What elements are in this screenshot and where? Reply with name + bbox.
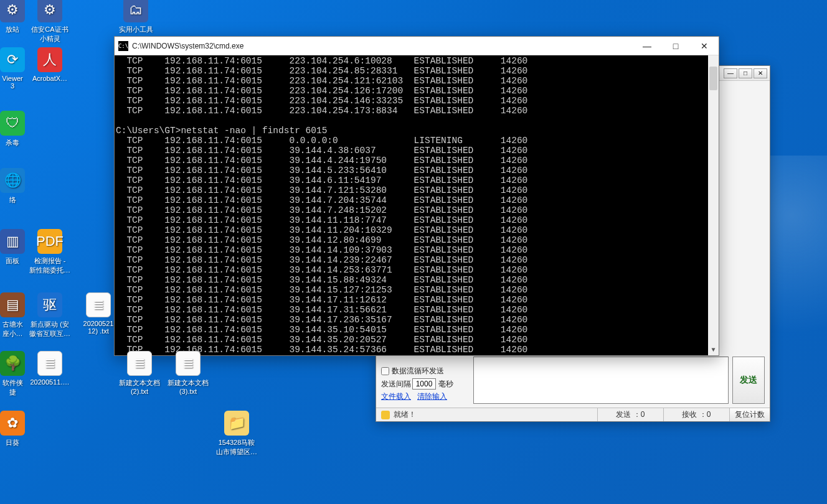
desktop-icon-d6[interactable]: ≣新建文本文档 (2).txt	[116, 351, 163, 395]
desktop-icon-a3[interactable]: 🌐络	[0, 168, 36, 205]
desktop-icon-e6[interactable]: ≣新建文本文档 (3).txt	[164, 351, 212, 395]
clear-input-link[interactable]: 清除输入	[417, 391, 447, 402]
status-ready: 就绪！	[376, 409, 597, 420]
txt-icon: ≣	[127, 351, 152, 376]
status-tx: 发送 ：0	[597, 408, 663, 421]
rar-icon: ▤	[0, 292, 25, 317]
desktop-icon-label: AcrobatX…	[26, 75, 73, 82]
shield-icon: 🛡	[0, 111, 25, 136]
desktop-icon-a7[interactable]: ✿日葵	[0, 411, 36, 447]
cmd-maximize-button[interactable]: □	[661, 37, 690, 55]
serial-minimize-button[interactable]: —	[724, 68, 737, 78]
desktop-icon-a2[interactable]: 🛡杀毒	[0, 111, 36, 147]
panel-icon: ▥	[0, 229, 25, 254]
cmd-close-button[interactable]: ✕	[690, 37, 719, 55]
cmd-titlebar[interactable]: C:\ C:\WINDOWS\system32\cmd.exe — □ ✕	[115, 37, 719, 55]
cmd-scrollbar[interactable]: ▲ ▼	[708, 55, 719, 355]
ready-icon	[381, 411, 390, 419]
file-load-link[interactable]: 文件载入	[381, 391, 411, 402]
drv-icon: 驱	[37, 292, 62, 317]
txt-icon: ≣	[176, 351, 201, 376]
loop-send-checkbox[interactable]	[381, 367, 389, 375]
desktop-icon-label: 实用小工具	[112, 25, 159, 34]
status-ready-text: 就绪！	[394, 409, 416, 420]
tools-icon: 🗂	[123, 0, 148, 22]
cmd-minimize-button[interactable]: —	[633, 37, 661, 55]
serial-maximize-button[interactable]: □	[739, 68, 752, 78]
interval-unit: 毫秒	[438, 379, 453, 390]
settings-icon: ⚙	[37, 0, 62, 22]
serial-send-button[interactable]: 发送	[732, 357, 765, 404]
cmd-title: C:\WINDOWS\system32\cmd.exe	[132, 42, 633, 50]
scroll-down-icon[interactable]: ▼	[708, 345, 719, 355]
cmd-window: C:\ C:\WINDOWS\system32\cmd.exe — □ ✕ TC…	[114, 36, 719, 356]
desktop-icon-c5[interactable]: ≣20200521 12) .txt	[75, 292, 122, 335]
txt-icon: ≣	[37, 351, 62, 376]
desktop-icon-label: 20200511.…	[26, 378, 73, 386]
folder-icon: 📁	[224, 411, 249, 436]
pdf-icon: 人	[37, 47, 62, 72]
status-rx: 接收 ：0	[663, 408, 729, 421]
desktop-icon-b1[interactable]: 人AcrobatX…	[26, 47, 73, 82]
serial-close-button[interactable]: ✕	[754, 68, 767, 78]
desktop-icon-label: 信安CA证书 小精灵	[26, 25, 73, 44]
desktop-icon-label: 日葵	[0, 438, 36, 447]
cmd-text: TCP 192.168.11.74:6015 223.104.254.6:100…	[116, 56, 717, 355]
desktop-icon-f7[interactable]: 📁154328马鞍 山市博望区…	[213, 411, 260, 457]
tree-icon: 🌳	[0, 351, 25, 376]
desktop-icon-label: 检测报告 - 新性能委托…	[26, 256, 73, 275]
desktop-icon-d0[interactable]: 🗂实用小工具	[112, 0, 159, 34]
cmd-icon: C:\	[118, 41, 128, 51]
scroll-thumb[interactable]	[709, 67, 717, 90]
desktop-icon-label: 新建文本文档 (2).txt	[116, 378, 163, 395]
desktop-icon-b6[interactable]: ≣20200511.…	[26, 351, 73, 386]
desktop-icon-b5[interactable]: 驱新点驱动 (安 徽省互联互…	[26, 292, 73, 338]
interval-input[interactable]	[412, 378, 436, 390]
desktop-icon-label: 154328马鞍 山市博望区…	[213, 438, 260, 457]
globe-icon: 🌐	[0, 168, 25, 193]
desktop-icon-label: 20200521 12) .txt	[75, 320, 122, 335]
loop-send-label: 数据流循环发送	[392, 366, 444, 376]
flower-icon: ✿	[0, 411, 25, 436]
tv-icon: ⟳	[0, 47, 25, 72]
desktop-icon-label: 络	[0, 195, 36, 205]
reset-count-button[interactable]: 复位计数	[729, 408, 770, 421]
interval-label: 发送间隔	[381, 379, 411, 390]
txt-icon: ≣	[86, 292, 111, 317]
serial-statusbar: 就绪！ 发送 ：0 接收 ：0 复位计数	[376, 408, 770, 421]
cmd-output[interactable]: TCP 192.168.11.74:6015 223.104.254.6:100…	[115, 55, 719, 355]
serial-send-textarea[interactable]	[473, 357, 729, 404]
desktop-icon-label: 新建文本文档 (3).txt	[164, 378, 212, 395]
desktop-icon-label: 新点驱动 (安 徽省互联互…	[26, 320, 73, 338]
desktop-icon-label: 杀毒	[0, 138, 36, 147]
desktop-icon-b0[interactable]: ⚙信安CA证书 小精灵	[26, 0, 73, 44]
desktop-icon-b4[interactable]: PDF检测报告 - 新性能委托…	[26, 229, 73, 275]
settings-icon: ⚙	[0, 0, 25, 22]
pdfy-icon: PDF	[37, 229, 62, 254]
serial-send-options: 数据流循环发送 发送间隔 毫秒 文件载入 清除输入	[381, 364, 468, 404]
